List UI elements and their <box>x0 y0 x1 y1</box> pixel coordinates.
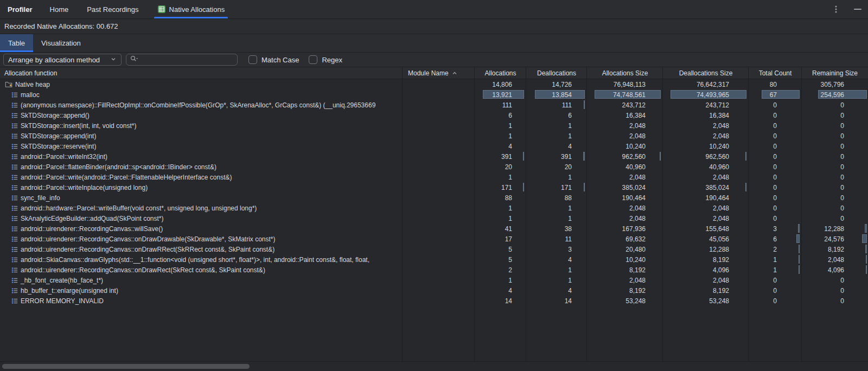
module-name-cell <box>403 141 475 151</box>
table-row[interactable]: SkTDStorage::append(int)112,0482,04800 <box>0 131 868 141</box>
window-tab-bar: Profiler Home Past Recordings Native All… <box>0 0 868 19</box>
allocation-function-cell: SkTDStorage::append() <box>0 110 403 120</box>
remaining-size-cell: 0 <box>802 193 868 203</box>
search-input[interactable] <box>139 56 221 63</box>
profiler-window: Profiler Home Past Recordings Native All… <box>0 0 868 371</box>
allocation-function-cell: android::Parcel::writeInplace(unsigned l… <box>0 182 403 193</box>
table-row[interactable]: android::Parcel::write(android::Parcel::… <box>0 172 868 182</box>
allocation-method-icon <box>11 298 18 304</box>
deallocations-size-cell: 2,048 <box>663 203 749 213</box>
allocations-size-cell: 2,048 <box>587 275 663 285</box>
table-row[interactable]: _hb_font_create(hb_face_t*)112,0482,0480… <box>0 275 868 285</box>
table-row[interactable]: android::uirenderer::RecordingCanvas::on… <box>0 265 868 275</box>
allocation-function-cell: sync_file_info <box>0 193 403 203</box>
table-row[interactable]: android::Parcel::writeInplace(unsigned l… <box>0 182 868 193</box>
table-row[interactable]: android::uirenderer::RecordingCanvas::on… <box>0 234 868 244</box>
deallocations-cell: 1 <box>526 203 587 213</box>
column-header-allocation-function[interactable]: Allocation function <box>0 67 403 79</box>
column-header-allocations[interactable]: Allocations <box>475 67 526 79</box>
allocations-cell: 17 <box>475 234 526 244</box>
recorded-native-allocations-label: Recorded Native Allocations: 00.672 <box>4 22 118 30</box>
tab-native-allocations[interactable]: Native Allocations <box>154 0 228 18</box>
tab-home[interactable]: Home <box>47 0 72 18</box>
regex-label: Regex <box>322 56 342 64</box>
allocation-method-icon <box>11 184 18 191</box>
total-count-cell: 0 <box>749 296 802 306</box>
horizontal-scrollbar[interactable] <box>0 361 868 371</box>
deallocations-size-cell: 385,024 <box>663 182 749 193</box>
deallocations-cell: 14 <box>526 296 587 306</box>
table-row[interactable]: SkAnalyticEdgeBuilder::addQuad(SkPoint c… <box>0 213 868 223</box>
search-field[interactable] <box>126 54 238 66</box>
table-row[interactable]: SkTDStorage::insert(int, int, void const… <box>0 120 868 131</box>
tab-table[interactable]: Table <box>0 34 33 52</box>
allocations-size-cell: 385,024 <box>587 182 663 193</box>
deallocations-size-cell: 8,192 <box>663 254 749 265</box>
hide-window-icon[interactable] <box>853 4 863 14</box>
table-row[interactable]: android::uirenderer::RecordingCanvas::wi… <box>0 223 868 234</box>
table-row[interactable]: malloc13,92113,85474,748,56174,493,96567… <box>0 89 868 100</box>
remaining-size-cell: 0 <box>802 151 868 162</box>
column-header-deallocations-size[interactable]: Deallocations Size <box>663 67 749 79</box>
remaining-size-cell: 254,596 <box>802 89 868 100</box>
regex-checkbox[interactable] <box>309 55 317 64</box>
deallocations-size-cell: 53,248 <box>663 296 749 306</box>
remaining-size-cell: 0 <box>802 120 868 131</box>
table-row[interactable]: Native heap14,80614,72676,948,11376,642,… <box>0 79 868 89</box>
table-row[interactable]: android::SkiaCanvas::drawGlyphs(std::__1… <box>0 254 868 265</box>
module-name-cell <box>403 172 475 182</box>
table-row[interactable]: ERROR MEMORY_INVALID141453,24853,24800 <box>0 296 868 306</box>
deallocations-size-cell: 4,096 <box>663 265 749 275</box>
allocations-size-cell: 2,048 <box>587 131 663 141</box>
deallocations-size-cell: 16,384 <box>663 110 749 120</box>
column-header-deallocations[interactable]: Deallocations <box>526 67 587 79</box>
allocations-size-cell: 74,748,561 <box>587 89 663 100</box>
match-case-label: Match Case <box>261 56 299 64</box>
allocations-cell: 5 <box>475 254 526 265</box>
allocations-size-cell: 8,192 <box>587 285 663 296</box>
table-row[interactable]: android::hardware::Parcel::writeBuffer(v… <box>0 203 868 213</box>
allocations-cell: 4 <box>475 141 526 151</box>
allocation-method-icon <box>11 246 18 253</box>
allocation-function-cell: android::uirenderer::RecordingCanvas::on… <box>0 244 403 254</box>
table-row[interactable]: android::uirenderer::RecordingCanvas::on… <box>0 244 868 254</box>
remaining-size-cell: 0 <box>802 141 868 151</box>
table-row[interactable]: hb_buffer_t::enlarge(unsigned int)448,19… <box>0 285 868 296</box>
table-row[interactable]: android::Parcel::writeInt32(int)39139196… <box>0 151 868 162</box>
deallocations-cell: 13,854 <box>526 89 587 100</box>
allocations-cell: 14 <box>475 296 526 306</box>
allocation-function-cell: _hb_font_create(hb_face_t*) <box>0 275 403 285</box>
table-row[interactable]: sync_file_info8888190,464190,46400 <box>0 193 868 203</box>
tab-visualization[interactable]: Visualization <box>33 34 89 52</box>
table-row[interactable]: SkTDStorage::reserve(int)4410,24010,2400… <box>0 141 868 151</box>
remaining-size-cell: 24,576 <box>802 234 868 244</box>
column-header-remaining-size[interactable]: Remaining Size <box>802 67 868 79</box>
table-row[interactable]: SkTDStorage::append()6616,38416,38400 <box>0 110 868 120</box>
allocations-size-cell: 16,384 <box>587 110 663 120</box>
column-header-allocations-size[interactable]: Allocations Size <box>587 67 663 79</box>
horizontal-scrollbar-thumb[interactable] <box>2 364 250 369</box>
tab-past-recordings[interactable]: Past Recordings <box>84 0 142 18</box>
allocations-size-cell: 76,948,113 <box>587 79 663 89</box>
deallocations-size-cell: 2,048 <box>663 213 749 223</box>
more-options-icon[interactable] <box>831 4 841 14</box>
allocations-cell: 88 <box>475 193 526 203</box>
column-header-module-name[interactable]: Module Name <box>403 67 475 79</box>
allocations-table: Allocation functionModule NameAllocation… <box>0 67 868 361</box>
total-count-cell: 0 <box>749 141 802 151</box>
allocation-method-icon <box>11 123 18 129</box>
match-case-checkbox[interactable] <box>248 55 257 64</box>
table-row[interactable]: android::Parcel::flattenBinder(android::… <box>0 162 868 172</box>
deallocations-size-cell: 2,048 <box>663 172 749 182</box>
table-row[interactable]: (anonymous namespace)::FillRectOpImpl::o… <box>0 100 868 110</box>
column-header-total-count[interactable]: Total Count <box>749 67 802 79</box>
allocations-cell: 14,806 <box>475 79 526 89</box>
chevron-down-icon <box>110 56 117 64</box>
module-name-cell <box>403 151 475 162</box>
allocation-function-cell: hb_buffer_t::enlarge(unsigned int) <box>0 285 403 296</box>
table-header-row: Allocation functionModule NameAllocation… <box>0 67 868 79</box>
allocation-function-cell: SkTDStorage::reserve(int) <box>0 141 403 151</box>
allocation-function-cell: android::SkiaCanvas::drawGlyphs(std::__1… <box>0 254 403 265</box>
arrange-by-dropdown[interactable]: Arrange by allocation method <box>3 54 122 66</box>
allocation-function-cell: ERROR MEMORY_INVALID <box>0 296 403 306</box>
